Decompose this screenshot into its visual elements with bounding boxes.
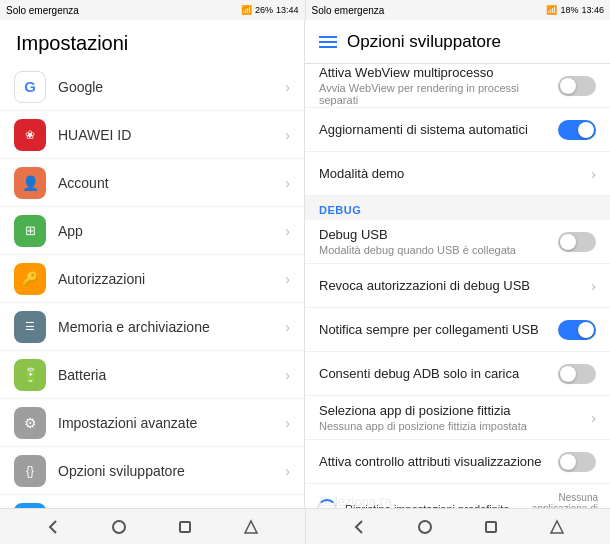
chevron-icon: › (285, 79, 290, 95)
chevron-icon: › (285, 127, 290, 143)
sidebar-item-batteria[interactable]: 🔋 Batteria › (0, 351, 304, 399)
posizione-title: Seleziona app di posizione fittizia (319, 403, 583, 418)
settings-item-seleziona-debug[interactable]: Seleziona l'a... debug Ripristina impost… (305, 484, 610, 508)
chevron-icon: › (285, 415, 290, 431)
debug-usb-toggle[interactable] (558, 232, 596, 252)
webview-title: Attiva WebView multiprocesso (319, 65, 550, 80)
debug-usb-title: Debug USB (319, 227, 550, 242)
sidebar-item-autorizzazioni[interactable]: 🔑 Autorizzazioni › (0, 255, 304, 303)
settings-item-webview[interactable]: Attiva WebView multiprocesso Avvia WebVi… (305, 64, 610, 108)
attributi-toggle[interactable] (558, 452, 596, 472)
settings-item-adb[interactable]: Consenti debug ADB solo in carica (305, 352, 610, 396)
left-panel: Impostazioni G Google › ❀ HUAWEI ID › 👤 … (0, 20, 305, 508)
settings-item-debug-usb[interactable]: Debug USB Modalità debug quando USB è co… (305, 220, 610, 264)
sidebar-item-opzioni-sviluppatore[interactable]: {} Opzioni sviluppatore › (0, 447, 304, 495)
right-wifi-icon: 📶 (546, 5, 557, 15)
svg-point-3 (419, 521, 431, 533)
settings-item-modalita-demo[interactable]: Modalità demo › (305, 152, 610, 196)
opzioni-label: Opzioni sviluppatore (58, 463, 285, 479)
chevron-icon: › (285, 223, 290, 239)
left-back-button[interactable] (41, 515, 65, 539)
posizione-subtitle: Nessuna app di posizione fittizia impost… (319, 420, 583, 432)
debug-section-header: DEBUG (305, 196, 610, 220)
notifica-usb-toggle[interactable] (558, 320, 596, 340)
autorizzazioni-icon: 🔑 (14, 263, 46, 295)
svg-marker-2 (245, 521, 257, 533)
google-icon: G (14, 71, 46, 103)
settings-item-attributi[interactable]: Attiva controllo attributi visualizzazio… (305, 440, 610, 484)
right-home-button[interactable] (413, 515, 437, 539)
account-label: Account (58, 175, 285, 191)
svg-point-0 (113, 521, 125, 533)
aggiornamenti-toggle[interactable] (558, 120, 596, 140)
account-icon: 👤 (14, 167, 46, 199)
chevron-icon: › (285, 319, 290, 335)
right-menu-button[interactable] (545, 515, 569, 539)
memoria-label: Memoria e archiviazione (58, 319, 285, 335)
right-status-icons: 📶 18% 13:46 (546, 5, 604, 15)
sidebar-item-app[interactable]: ⊞ App › (0, 207, 304, 255)
right-panel: Opzioni sviluppatore Attiva WebView mult… (305, 20, 610, 508)
reset-spinner-overlay: Ripristina impostazioni predefinite Ness… (305, 484, 610, 508)
sidebar-item-memoria[interactable]: ☰ Memoria e archiviazione › (0, 303, 304, 351)
sidebar-item-aggiorna-sistema[interactable]: ⟳ Aggiorna sistema › (0, 495, 304, 508)
left-emergency-text: Solo emergenza (6, 5, 79, 16)
settings-item-revoca[interactable]: Revoca autorizzazioni di debug USB › (305, 264, 610, 308)
sidebar-item-google[interactable]: G Google › (0, 63, 304, 111)
webview-toggle[interactable] (558, 76, 596, 96)
memoria-icon: ☰ (14, 311, 46, 343)
svg-marker-5 (551, 521, 563, 533)
modalita-demo-title: Modalità demo (319, 166, 583, 181)
chevron-icon: › (285, 271, 290, 287)
autorizzazioni-label: Autorizzazioni (58, 271, 285, 287)
right-bottom-nav (306, 509, 611, 544)
svg-rect-1 (180, 522, 190, 532)
left-battery-text: 26% (255, 5, 273, 15)
huawei-icon: ❀ (14, 119, 46, 151)
revoca-chevron: › (591, 278, 596, 294)
chevron-icon: › (285, 367, 290, 383)
status-bars: Solo emergenza 📶 26% 13:44 Solo emergenz… (0, 0, 610, 20)
hamburger-icon[interactable] (319, 36, 337, 48)
app-label: App (58, 223, 285, 239)
right-back-button[interactable] (347, 515, 371, 539)
webview-subtitle: Avvia WebView per rendering in processi … (319, 82, 550, 106)
modalita-demo-chevron: › (591, 166, 596, 182)
adb-title: Consenti debug ADB solo in carica (319, 366, 550, 381)
left-time: 13:44 (276, 5, 299, 15)
right-status-bar: Solo emergenza 📶 18% 13:46 (305, 0, 611, 20)
sidebar-item-account[interactable]: 👤 Account › (0, 159, 304, 207)
left-menu-button[interactable] (239, 515, 263, 539)
settings-item-notifica-usb[interactable]: Notifica sempre per collegamenti USB (305, 308, 610, 352)
debug-usb-subtitle: Modalità debug quando USB è collegata (319, 244, 550, 256)
huawei-label: HUAWEI ID (58, 127, 285, 143)
batteria-icon: 🔋 (14, 359, 46, 391)
svg-rect-4 (486, 522, 496, 532)
left-header-title: Impostazioni (0, 20, 304, 63)
sidebar-item-impostazioni-avanzate[interactable]: ⚙ Impostazioni avanzate › (0, 399, 304, 447)
posizione-chevron: › (591, 410, 596, 426)
attributi-title: Attiva controllo attributi visualizzazio… (319, 454, 550, 469)
left-status-icons: 📶 26% 13:44 (241, 5, 299, 15)
chevron-icon: › (285, 175, 290, 191)
reset-label[interactable]: Ripristina impostazioni predefinite (345, 503, 509, 509)
sidebar-item-huawei[interactable]: ❀ HUAWEI ID › (0, 111, 304, 159)
main-content: Impostazioni G Google › ❀ HUAWEI ID › 👤 … (0, 20, 610, 508)
right-header: Opzioni sviluppatore (305, 20, 610, 64)
aggiornamenti-title: Aggiornamenti di sistema automatici (319, 122, 550, 137)
impostazioni-avanzate-icon: ⚙ (14, 407, 46, 439)
right-recents-button[interactable] (479, 515, 503, 539)
google-label: Google (58, 79, 285, 95)
adb-toggle[interactable] (558, 364, 596, 384)
notifica-usb-title: Notifica sempre per collegamenti USB (319, 322, 550, 337)
right-panel-title: Opzioni sviluppatore (347, 32, 501, 52)
chevron-icon: › (285, 463, 290, 479)
loading-spinner (317, 499, 337, 509)
left-recents-button[interactable] (173, 515, 197, 539)
impostazioni-avanzate-label: Impostazioni avanzate (58, 415, 285, 431)
left-home-button[interactable] (107, 515, 131, 539)
revoca-title: Revoca autorizzazioni di debug USB (319, 278, 583, 293)
settings-item-aggiornamenti[interactable]: Aggiornamenti di sistema automatici (305, 108, 610, 152)
right-time: 13:46 (581, 5, 604, 15)
settings-item-posizione[interactable]: Seleziona app di posizione fittizia Ness… (305, 396, 610, 440)
